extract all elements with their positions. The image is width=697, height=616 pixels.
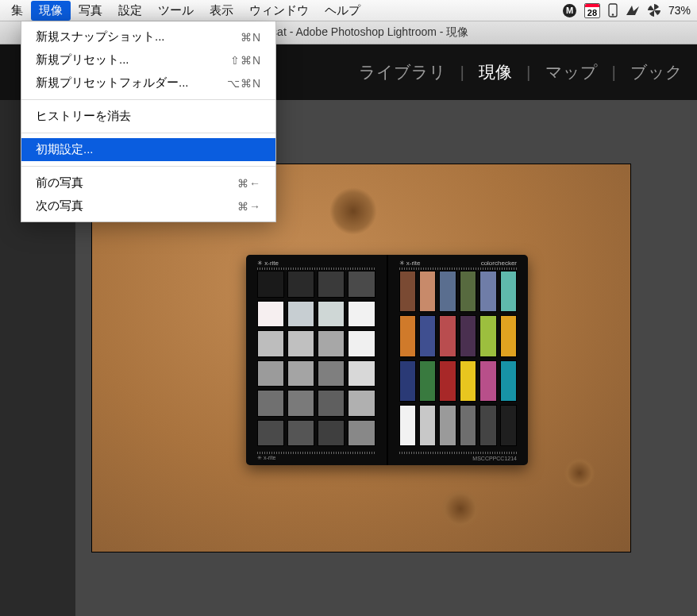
patch [439,315,456,356]
wood-texture [329,187,377,235]
menu-item-window[interactable]: ウィンドウ [241,1,317,21]
patch [287,330,314,357]
module-library[interactable]: ライブラリ [359,61,446,83]
patch [257,271,284,298]
origami-icon[interactable] [626,4,640,17]
ruler [257,452,375,454]
brand-label: colorchecker [481,260,517,267]
patch [399,315,416,356]
menu-default-settings[interactable]: 初期設定... [21,138,275,161]
patch [479,271,496,312]
menu-prev-photo[interactable]: 前の写真 ⌘← [21,171,275,194]
ruler [399,452,518,454]
patch [318,360,345,387]
brand-label: ✳ x-rite [257,260,279,267]
patch [399,360,416,402]
menu-label: 新規プリセット... [36,52,129,67]
patch [500,315,517,356]
brand-label: ✳ x-rite [399,260,421,267]
menu-shortcut: ⌘→ [237,200,261,213]
menu-next-photo[interactable]: 次の写真 ⌘→ [21,194,275,218]
color-patches-grid [399,271,518,446]
patch [500,360,517,402]
patch [500,271,517,312]
patch [318,330,345,357]
wood-texture [564,457,595,489]
patch [479,405,496,446]
menu-clear-history[interactable]: ヒストリーを消去 [21,105,275,128]
menu-shortcut: ⌘N [241,31,261,44]
patch [460,315,476,356]
menu-item-edit[interactable]: 集 [3,1,31,21]
patch [419,405,436,446]
menu-shortcut: ⌥⌘N [227,77,261,90]
menu-separator [21,166,275,167]
patch [500,405,517,446]
patch [399,405,416,446]
menu-shortcut: ⌘← [237,177,261,190]
patch [348,330,375,357]
m-status-icon[interactable]: M [563,4,576,17]
menu-item-tools[interactable]: ツール [150,1,202,21]
patch [419,315,436,356]
patch [419,360,436,402]
patch [419,271,436,312]
patch [257,420,284,447]
mac-menu-bar: 集 現像 写真 設定 ツール 表示 ウィンドウ ヘルプ M 28 73% [0,0,697,21]
phone-icon[interactable] [608,3,618,17]
patch [287,420,314,447]
patch [348,360,375,387]
patch [257,330,284,357]
menu-label: 前の写真 [36,175,83,191]
module-separator: | [460,63,464,82]
menu-separator [21,133,275,133]
ruler [257,268,375,270]
menu-item-view[interactable]: 表示 [202,1,241,21]
fan-icon[interactable] [648,4,660,17]
patch [287,271,314,298]
menu-item-help[interactable]: ヘルプ [317,1,368,21]
patch [257,360,284,387]
patch [318,271,345,298]
calendar-icon[interactable]: 28 [584,3,600,18]
module-picker: ライブラリ | 現像 | マップ | ブック [359,61,683,83]
patch [348,420,375,447]
patch [287,301,314,328]
menu-separator [21,99,275,100]
patch [287,390,314,417]
module-map[interactable]: マップ [545,61,598,83]
svg-point-1 [612,13,614,15]
patch [479,315,496,356]
wood-texture [441,489,480,529]
menu-item-photo[interactable]: 写真 [71,1,110,21]
module-separator: | [612,63,616,82]
patch [348,301,375,328]
menu-item-settings[interactable]: 設定 [110,1,150,21]
gray-patches-grid [257,271,375,446]
patch [318,390,345,417]
patch [399,271,416,312]
develop-menu-dropdown: 新規スナップショット... ⌘N 新規プリセット... ⇧⌘N 新規プリセットフ… [21,21,276,222]
menu-new-snapshot[interactable]: 新規スナップショット... ⌘N [21,25,275,48]
module-book[interactable]: ブック [630,61,683,83]
menu-label: 新規プリセットフォルダー... [36,75,189,90]
footer-label: ✳ x-rite [257,455,276,461]
patch [348,390,375,417]
battery-percent: 73% [668,4,691,17]
patch [439,271,456,312]
menu-item-develop[interactable]: 現像 [31,1,71,21]
module-separator: | [526,63,530,82]
menu-new-preset-folder[interactable]: 新規プリセットフォルダー... ⌥⌘N [21,71,275,94]
checker-left-panel: ✳ x-rite ✳ x-rite [246,255,387,465]
patch [348,271,375,298]
ruler [399,268,518,270]
module-develop[interactable]: 現像 [479,61,512,83]
patch [257,301,284,328]
patch [460,271,476,312]
menu-new-preset[interactable]: 新規プリセット... ⇧⌘N [21,48,275,71]
patch [439,360,456,402]
patch [460,360,476,402]
colorchecker-card: ✳ x-rite ✳ x-rite ✳ x-ritecolorchecker M… [246,255,528,465]
status-tray: M 28 73% [563,3,694,18]
menu-label: 次の写真 [36,198,83,214]
